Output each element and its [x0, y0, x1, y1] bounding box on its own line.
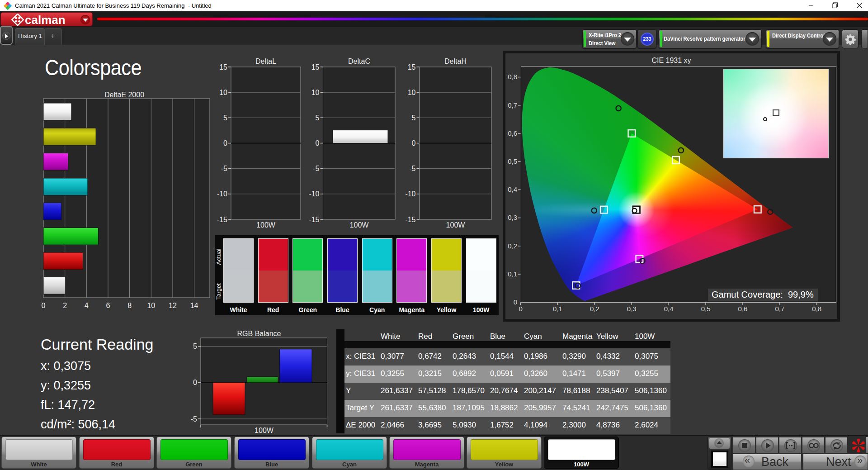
svg-text:10: 10 — [408, 89, 416, 96]
svg-text:10: 10 — [147, 302, 155, 309]
svg-text:0: 0 — [42, 302, 46, 309]
svg-text:10: 10 — [311, 89, 320, 96]
svg-text:-10: -10 — [217, 190, 227, 198]
svg-text:0,1: 0,1 — [508, 270, 517, 278]
svg-text:0,3: 0,3 — [627, 305, 637, 313]
svg-text:4: 4 — [85, 302, 89, 309]
svg-text:15: 15 — [408, 63, 416, 71]
svg-text:-5: -5 — [191, 415, 197, 423]
svg-text:0,8: 0,8 — [508, 73, 517, 81]
svg-text:0,8: 0,8 — [812, 305, 821, 313]
svg-text:DeltaC: DeltaC — [348, 57, 370, 65]
svg-text:-15: -15 — [217, 216, 227, 223]
svg-text:-5: -5 — [409, 165, 415, 172]
svg-text:0,2: 0,2 — [590, 305, 599, 313]
svg-text:100W: 100W — [350, 221, 369, 228]
svg-text:DeltaL: DeltaL — [255, 57, 276, 65]
svg-text:-5: -5 — [313, 165, 319, 172]
svg-text:100W: 100W — [255, 427, 274, 434]
svg-text:15: 15 — [311, 63, 320, 71]
svg-text:5: 5 — [223, 114, 227, 122]
svg-text:0,2: 0,2 — [508, 242, 517, 250]
svg-text:-5: -5 — [221, 165, 227, 172]
svg-text:8: 8 — [127, 302, 132, 309]
svg-text:-10: -10 — [309, 190, 319, 198]
svg-text:0,7: 0,7 — [508, 101, 517, 109]
svg-text:0: 0 — [412, 139, 416, 147]
svg-text:-15: -15 — [309, 216, 319, 223]
svg-text:12: 12 — [169, 302, 177, 309]
svg-text:5: 5 — [316, 114, 320, 122]
svg-text:6: 6 — [106, 302, 110, 309]
svg-text:0,5: 0,5 — [508, 157, 517, 165]
svg-text:0,7: 0,7 — [775, 305, 784, 313]
svg-text:0,3: 0,3 — [508, 214, 517, 221]
svg-text:100W: 100W — [446, 221, 466, 228]
svg-text:0: 0 — [519, 305, 522, 313]
svg-text:-10: -10 — [405, 190, 415, 198]
svg-text:0,6: 0,6 — [738, 305, 748, 313]
svg-text:14: 14 — [190, 302, 198, 309]
svg-text:5: 5 — [412, 114, 416, 122]
svg-text:2: 2 — [63, 302, 67, 309]
svg-text:0: 0 — [193, 379, 197, 386]
svg-text:100W: 100W — [256, 221, 276, 228]
svg-text:5: 5 — [193, 342, 197, 350]
svg-text:0,4: 0,4 — [508, 185, 517, 193]
svg-text:15: 15 — [219, 63, 227, 71]
svg-text:0: 0 — [316, 139, 320, 147]
svg-text:DeltaH: DeltaH — [444, 57, 467, 65]
svg-text:DeltaE 2000: DeltaE 2000 — [104, 91, 144, 99]
svg-text:0: 0 — [223, 139, 227, 147]
svg-text:0: 0 — [514, 298, 517, 306]
svg-text:RGB Balance: RGB Balance — [237, 330, 281, 337]
svg-text:0,6: 0,6 — [508, 129, 517, 137]
svg-text:0,1: 0,1 — [553, 305, 562, 313]
svg-text:0,5: 0,5 — [701, 305, 711, 313]
svg-text:10: 10 — [219, 89, 227, 96]
svg-text:0,4: 0,4 — [664, 305, 674, 313]
svg-text:-15: -15 — [405, 216, 415, 223]
